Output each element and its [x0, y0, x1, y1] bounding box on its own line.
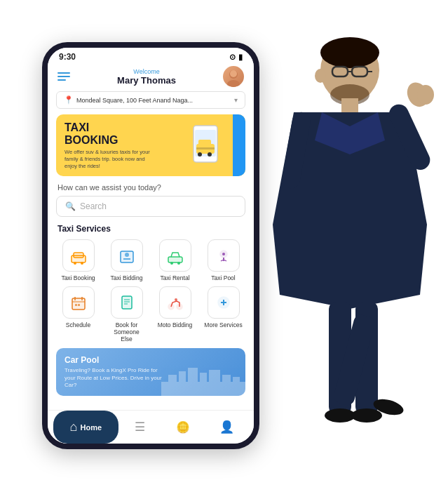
banner-blue-strip: [233, 114, 245, 176]
svg-point-59: [315, 69, 326, 83]
book-someone-label: Book for Someone Else: [111, 321, 143, 343]
wallet-icon: 🪙: [176, 420, 190, 434]
svg-rect-33: [122, 296, 132, 309]
app-header: Welcome Mary Thomas: [48, 63, 254, 91]
svg-rect-50: [222, 375, 231, 382]
taxi-rental-label: Taxi Rental: [160, 274, 189, 281]
status-time: 9:30: [59, 52, 76, 62]
wifi-icon: ⊙: [229, 53, 236, 62]
phone-screen: 9:30 ⊙ ▮ Welcome Mary Thomas: [42, 42, 259, 449]
taxi-services-title: Taxi Services: [48, 224, 254, 239]
taxi-pool-icon: [208, 239, 240, 272]
banner-description: We offer suv & luxuries taxis for your f…: [65, 149, 156, 169]
more-services-label: More Services: [204, 321, 242, 328]
svg-rect-48: [200, 373, 207, 382]
svg-point-18: [125, 253, 129, 257]
service-more[interactable]: More Services: [201, 286, 245, 343]
battery-icon: ▮: [238, 53, 243, 62]
svg-point-15: [81, 262, 83, 265]
service-taxi-rental[interactable]: Taxi Rental: [153, 239, 197, 281]
bottom-nav: ⌂ Home ☰ 🪙 👤: [48, 410, 254, 444]
service-schedule[interactable]: Schedule: [56, 286, 100, 343]
taxi-booking-icon: [62, 239, 95, 272]
avatar[interactable]: [223, 66, 244, 87]
schedule-label: Schedule: [66, 321, 90, 328]
phone-content: 9:30 ⊙ ▮ Welcome Mary Thomas: [48, 48, 254, 410]
banner-title: TAXI BOOKING: [65, 121, 156, 146]
status-icons: ⊙ ▮: [229, 53, 243, 62]
welcome-text: Welcome: [117, 68, 176, 75]
svg-point-22: [170, 262, 173, 265]
svg-rect-20: [168, 257, 182, 262]
svg-rect-31: [75, 304, 77, 306]
nav-wallet[interactable]: 🪙: [161, 411, 205, 444]
carpool-description: Traveling? Book a KingX Pro Ride for you…: [65, 367, 163, 389]
svg-point-1: [227, 80, 240, 87]
search-icon: 🔍: [65, 201, 76, 211]
nav-profile[interactable]: 👤: [205, 411, 248, 444]
carpool-banner: Car Pool Traveling? Book a KingX Pro Rid…: [56, 348, 245, 396]
search-prompt: How can we assist you today?: [48, 183, 254, 196]
svg-point-8: [208, 152, 212, 157]
svg-point-75: [351, 408, 382, 423]
user-name: Mary Thomas: [117, 75, 176, 86]
book-someone-icon: [111, 286, 143, 319]
service-book-someone-else[interactable]: Book for Someone Else: [104, 286, 149, 343]
taxi-pool-label: Taxi Pool: [211, 274, 236, 281]
hamburger-menu[interactable]: [57, 72, 70, 81]
profile-icon: 👤: [219, 420, 234, 434]
chevron-down-icon: ▾: [234, 96, 238, 104]
location-pin-icon: 📍: [64, 95, 74, 105]
svg-rect-49: [209, 370, 220, 382]
schedule-icon: [62, 286, 95, 319]
taxi-booking-label: Taxi Booking: [61, 274, 95, 281]
svg-point-7: [198, 152, 202, 157]
bookings-icon: ☰: [135, 420, 145, 434]
taxi-bidding-icon: [111, 239, 143, 272]
more-services-icon: [208, 286, 240, 319]
svg-rect-60: [341, 98, 358, 112]
svg-rect-32: [78, 304, 80, 306]
taxi-booking-banner: TAXI BOOKING We offer suv & luxuries tax…: [56, 114, 245, 176]
service-taxi-booking[interactable]: Taxi Booking: [56, 239, 100, 281]
nav-home[interactable]: ⌂ Home: [53, 411, 118, 444]
taxi-bidding-label: Taxi Bidding: [111, 274, 143, 281]
search-bar[interactable]: 🔍 Search: [56, 196, 245, 217]
service-taxi-pool[interactable]: Taxi Pool: [201, 239, 245, 281]
svg-point-70: [417, 85, 434, 105]
svg-rect-12: [74, 253, 83, 258]
svg-rect-45: [168, 375, 177, 382]
svg-point-40: [175, 298, 177, 301]
svg-point-74: [325, 408, 355, 423]
services-grid: Taxi Booking Taxi Bidding: [48, 239, 254, 348]
header-center: Welcome Mary Thomas: [117, 68, 176, 86]
service-moto-bidding[interactable]: Moto Bidding: [153, 286, 197, 343]
carpool-title: Car Pool: [65, 355, 237, 365]
svg-point-53: [320, 37, 379, 68]
taxi-car-illustration: [174, 124, 237, 166]
moto-bidding-label: Moto Bidding: [158, 321, 193, 328]
nav-bookings[interactable]: ☰: [118, 411, 162, 444]
svg-rect-6: [198, 140, 211, 147]
phone-mockup: 9:30 ⊙ ▮ Welcome Mary Thomas: [42, 42, 259, 449]
man-illustration: [259, 14, 441, 491]
svg-rect-44: [161, 382, 245, 396]
location-address: Mondeal Square, 100 Feet Anand Naga...: [76, 97, 193, 104]
svg-point-2: [230, 70, 237, 77]
moto-bidding-icon: [159, 286, 191, 319]
svg-rect-47: [188, 368, 198, 382]
svg-point-23: [177, 262, 180, 265]
status-bar: 9:30 ⊙ ▮: [48, 48, 254, 63]
svg-rect-46: [179, 371, 186, 382]
taxi-rental-icon: [159, 239, 191, 272]
service-taxi-bidding[interactable]: Taxi Bidding: [104, 239, 149, 281]
svg-point-25: [222, 253, 225, 255]
svg-point-14: [74, 262, 76, 265]
location-text: 📍 Mondeal Square, 100 Feet Anand Naga...: [64, 95, 193, 105]
svg-rect-51: [233, 377, 240, 382]
svg-rect-9: [196, 147, 215, 149]
nav-home-label: Home: [80, 423, 102, 432]
location-bar[interactable]: 📍 Mondeal Square, 100 Feet Anand Naga...…: [56, 91, 245, 109]
banner-text: TAXI BOOKING We offer suv & luxuries tax…: [65, 121, 156, 169]
search-input[interactable]: Search: [80, 201, 107, 211]
